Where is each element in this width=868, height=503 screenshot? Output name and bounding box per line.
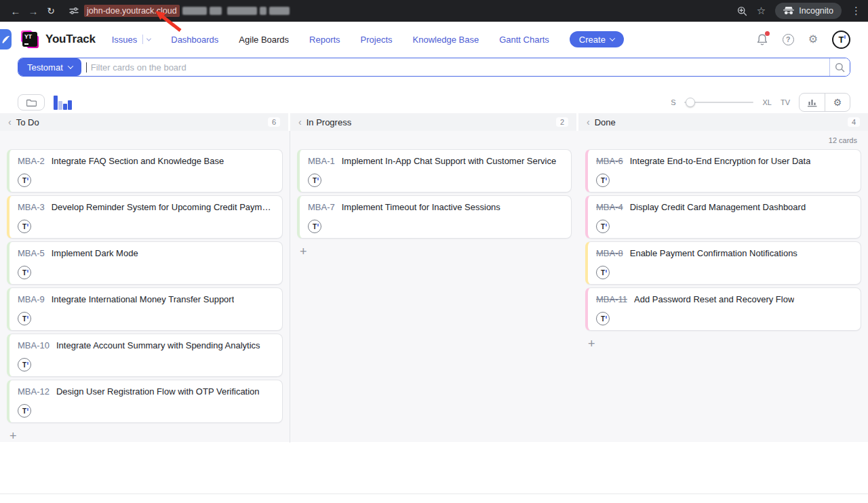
assignee-avatar-icon[interactable]: T — [596, 266, 610, 279]
assignee-avatar-icon[interactable]: T — [18, 312, 31, 325]
issue-id[interactable]: MBA-3 — [18, 202, 45, 212]
nav-dashboards[interactable]: Dashboards — [171, 35, 218, 45]
browser-chrome: ← → ↻ john-doe.youtrack.cloud ☆ Incognit… — [0, 0, 868, 22]
nav-issues[interactable]: Issues — [112, 35, 151, 45]
issue-title[interactable]: Integrate End-to-End Encryption for User… — [630, 156, 811, 166]
bottom-divider — [0, 494, 868, 494]
create-button[interactable]: Create — [570, 31, 624, 47]
help-icon[interactable]: ? — [783, 34, 794, 45]
board-card[interactable]: MBA-12Design User Registration Flow with… — [7, 380, 283, 423]
assignee-avatar-icon[interactable]: T — [308, 220, 321, 233]
chevron-down-icon — [610, 35, 615, 41]
issue-id[interactable]: MBA-1 — [308, 156, 335, 166]
board-chart-toggle-icon[interactable] — [54, 95, 73, 110]
chevron-down-icon — [68, 63, 73, 68]
issue-title[interactable]: Display Credit Card Management Dashboard — [630, 202, 806, 212]
issue-title[interactable]: Integrate International Money Transfer S… — [52, 294, 235, 304]
issue-title[interactable]: Integrate Account Summary with Spending … — [56, 340, 260, 350]
slider-knob[interactable] — [686, 98, 695, 107]
column-header-todo[interactable]: ‹ To Do 6 — [0, 113, 290, 131]
main-nav: Issues Dashboards Agile Boards Reports P… — [112, 35, 549, 45]
board-selector-button[interactable]: Testomat — [18, 58, 81, 76]
board-card[interactable]: MBA-4Display Credit Card Management Dash… — [585, 195, 861, 239]
issue-title[interactable]: Design User Registration Flow with OTP V… — [56, 386, 260, 397]
site-settings-icon[interactable] — [69, 6, 79, 16]
assignee-avatar-icon[interactable]: T — [596, 312, 610, 325]
assignee-avatar-icon[interactable]: T — [18, 266, 31, 279]
card-header: MBA-6Integrate End-to-End Encryption for… — [596, 156, 854, 166]
board-card[interactable]: MBA-1Implement In-App Chat Support with … — [297, 149, 572, 193]
url-text[interactable]: john-doe.youtrack.cloud — [84, 5, 180, 17]
user-avatar[interactable]: T — [832, 31, 850, 49]
browser-menu-icon[interactable]: ⋮ — [851, 5, 861, 17]
search-button[interactable] — [829, 58, 850, 76]
chevron-down-icon[interactable] — [146, 36, 151, 41]
nav-reports[interactable]: Reports — [309, 35, 340, 45]
column-count: 4 — [848, 117, 860, 127]
zoom-icon[interactable] — [737, 6, 747, 16]
assignee-avatar-icon[interactable]: T — [596, 174, 610, 187]
board-card[interactable]: MBA-2Integrate FAQ Section and Knowledge… — [7, 149, 283, 193]
issue-id[interactable]: MBA-4 — [596, 202, 623, 212]
youtrack-logo[interactable]: YT — [20, 30, 39, 49]
collapse-column-icon[interactable]: ‹ — [298, 117, 302, 127]
board-card[interactable]: MBA-10Integrate Account Summary with Spe… — [7, 334, 283, 377]
add-card-button[interactable]: + — [298, 245, 309, 258]
add-card-button[interactable]: + — [8, 430, 18, 442]
card-size-slider[interactable] — [684, 98, 753, 107]
issue-id[interactable]: MBA-11 — [596, 294, 627, 304]
issue-title[interactable]: Add Password Reset and Recovery Flow — [634, 294, 794, 304]
board-card[interactable]: MBA-11Add Password Reset and Recovery Fl… — [585, 287, 861, 331]
issue-title[interactable]: Develop Reminder System for Upcoming Cre… — [52, 202, 275, 212]
issue-id[interactable]: MBA-6 — [596, 156, 623, 166]
settings-gear-icon[interactable]: ⚙ — [808, 34, 818, 45]
address-bar[interactable]: john-doe.youtrack.cloud — [84, 5, 737, 17]
browser-forward-button[interactable]: → — [24, 2, 42, 20]
column-header-in-progress[interactable]: ‹ In Progress 2 — [290, 113, 578, 131]
feather-icon — [1, 35, 10, 44]
assignee-avatar-icon[interactable]: T — [18, 220, 31, 233]
assignee-avatar-icon[interactable]: T — [18, 174, 31, 187]
assignee-avatar-icon[interactable]: T — [308, 174, 321, 187]
issue-id[interactable]: MBA-2 — [18, 156, 45, 166]
filter-input[interactable] — [87, 62, 829, 73]
board-settings-button[interactable]: ⚙ — [825, 94, 850, 111]
board-card[interactable]: MBA-6Integrate End-to-End Encryption for… — [585, 149, 861, 193]
chart-view-button[interactable] — [800, 94, 825, 111]
board-card[interactable]: MBA-7Implement Timeout for Inactive Sess… — [297, 195, 572, 239]
collapse-column-icon[interactable]: ‹ — [8, 117, 12, 127]
assignee-avatar-icon[interactable]: T — [18, 358, 31, 371]
issue-title[interactable]: Implement Dark Mode — [52, 248, 138, 258]
add-card-button[interactable]: + — [587, 338, 597, 350]
extension-tab[interactable] — [0, 29, 12, 49]
browser-reload-button[interactable]: ↻ — [42, 2, 60, 20]
nav-agile-boards[interactable]: Agile Boards — [239, 35, 289, 45]
board-card[interactable]: MBA-8Enable Payment Confirmation Notific… — [585, 241, 861, 285]
issue-title[interactable]: Integrate FAQ Section and Knowledge Base — [52, 156, 224, 166]
column-header-done[interactable]: ‹ Done 4 — [578, 113, 868, 131]
issue-title[interactable]: Implement In-App Chat Support with Custo… — [342, 156, 556, 166]
issue-title[interactable]: Implement Timeout for Inactive Sessions — [342, 202, 500, 212]
issue-id[interactable]: MBA-10 — [18, 340, 50, 350]
browser-back-button[interactable]: ← — [7, 2, 24, 20]
issue-title[interactable]: Enable Payment Confirmation Notification… — [630, 248, 797, 258]
nav-knowledge-base[interactable]: Knowledge Base — [413, 35, 479, 45]
tv-mode-button[interactable]: TV — [781, 98, 790, 106]
backlog-button[interactable] — [18, 94, 45, 110]
board-card[interactable]: MBA-3Develop Reminder System for Upcomin… — [7, 195, 283, 239]
issue-id[interactable]: MBA-12 — [18, 386, 50, 397]
issue-id[interactable]: MBA-7 — [308, 202, 335, 212]
bookmark-star-icon[interactable]: ☆ — [757, 5, 766, 17]
collapse-column-icon[interactable]: ‹ — [587, 117, 590, 127]
issue-id[interactable]: MBA-8 — [596, 248, 623, 258]
board-card[interactable]: MBA-5Implement Dark ModeT — [7, 241, 283, 285]
board-card[interactable]: MBA-9Integrate International Money Trans… — [7, 287, 283, 331]
assignee-avatar-icon[interactable]: T — [596, 220, 610, 233]
issue-id[interactable]: MBA-9 — [18, 294, 45, 304]
filter-field[interactable] — [81, 58, 829, 76]
notifications-bell-icon[interactable] — [756, 33, 768, 46]
nav-gantt-charts[interactable]: Gantt Charts — [499, 35, 549, 45]
assignee-avatar-icon[interactable]: T — [18, 404, 31, 418]
nav-projects[interactable]: Projects — [361, 35, 393, 45]
issue-id[interactable]: MBA-5 — [18, 248, 45, 258]
